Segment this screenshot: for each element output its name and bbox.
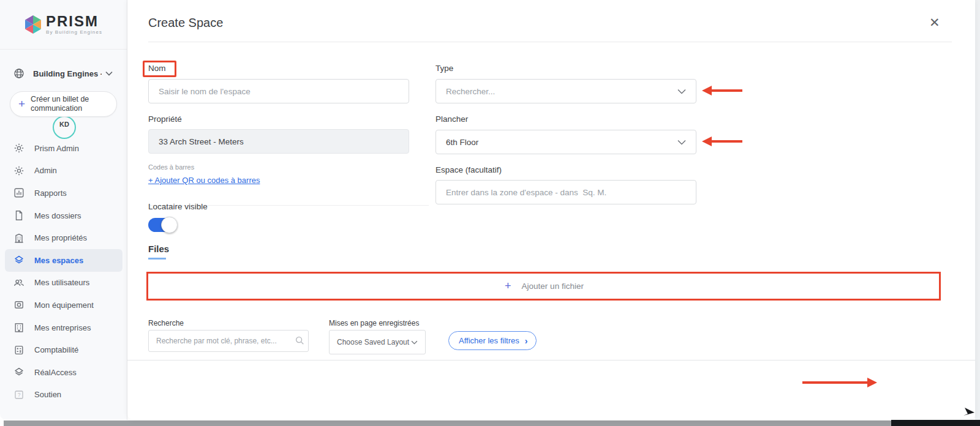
plancher-dropdown-value: 6th Floor	[446, 138, 677, 147]
propriete-field: 33 Arch Street - Meters	[148, 129, 409, 154]
create-ticket-button[interactable]: + Créer un billet de communication	[10, 91, 117, 117]
plancher-dropdown[interactable]: 6th Floor	[435, 130, 696, 154]
sidebar-item-admin[interactable]: Admin	[5, 160, 123, 182]
sidebar-item-mes-dossiers[interactable]: Mes dossiers	[5, 204, 123, 227]
modal-footer: ‹ Retour Enregistrer	[127, 360, 975, 420]
nom-input[interactable]	[148, 79, 409, 103]
type-dropdown[interactable]: Rechercher...	[435, 79, 696, 103]
sidebar-item-label: Mon équipement	[34, 301, 94, 310]
calculator-icon	[13, 345, 24, 356]
locataire-visible-label: Locataire visible	[148, 202, 208, 211]
add-barcode-link[interactable]: + Ajouter QR ou codes à barres	[148, 176, 260, 185]
show-filters-label: Afficher les filtres	[459, 336, 519, 345]
plus-icon: +	[505, 280, 511, 293]
sidebar-item-mes-utilisateurs[interactable]: Mes utilisateurs	[5, 272, 123, 294]
sidebar-item-label: Mes espaces	[34, 256, 83, 265]
gear-icon	[13, 165, 24, 176]
chevron-down-icon	[677, 140, 686, 145]
office-icon	[13, 322, 24, 333]
sidebar-nav: Prism Admin Admin Rapports	[0, 137, 127, 406]
sidebar-item-comptabilite[interactable]: Comptabilité	[5, 338, 123, 361]
plancher-label: Plancher	[435, 114, 468, 124]
svg-text:?: ?	[18, 392, 21, 398]
chevron-down-icon	[411, 340, 418, 345]
espace-label: Espace (facultatif)	[435, 165, 502, 174]
sidebar-item-label: Mes utilisateurs	[34, 278, 89, 287]
toggle-knob	[161, 217, 178, 233]
close-icon[interactable]: ✕	[929, 16, 940, 29]
page-title: Create Space	[148, 16, 223, 30]
chevron-down-icon	[677, 89, 686, 94]
people-icon	[13, 277, 24, 288]
chevron-down-icon	[105, 71, 113, 76]
sidebar-item-rapports[interactable]: Rapports	[5, 182, 123, 204]
sidebar-item-label: RéalAccess	[34, 368, 77, 377]
app-window: PRISM By Building Engines Building Engin…	[0, 0, 980, 426]
brand-name: PRISM	[46, 14, 102, 29]
avatar[interactable]: KD	[53, 116, 76, 139]
type-label: Type	[435, 64, 453, 73]
header-divider	[148, 42, 952, 42]
sidebar-item-prism-admin[interactable]: Prism Admin	[5, 137, 123, 160]
sidebar-item-mes-espaces[interactable]: Mes espaces	[5, 249, 123, 272]
brand-tagline: By Building Engines	[46, 29, 102, 35]
sidebar-item-label: Mes entreprises	[34, 323, 91, 332]
sidebar-item-realaccess[interactable]: RéalAccess	[5, 361, 123, 384]
locataire-visible-toggle[interactable]	[148, 218, 176, 232]
gear-icon	[13, 143, 24, 154]
app-logo: PRISM By Building Engines	[0, 0, 127, 50]
sidebar-item-label: Mes dossiers	[34, 211, 81, 220]
saved-layouts-label: Mises en page enregistrées	[329, 319, 419, 327]
codes-a-barres-label: Codes à barres	[148, 163, 194, 171]
add-file-button[interactable]: + Ajouter un fichier	[148, 274, 940, 299]
sidebar-item-mes-proprietes[interactable]: Mes propriétés	[5, 226, 123, 249]
sidebar: PRISM By Building Engines Building Engin…	[0, 0, 127, 420]
org-selector[interactable]: Building Engines - ...	[9, 64, 119, 83]
espace-input[interactable]	[435, 180, 696, 204]
propriete-label: Propriété	[148, 114, 182, 124]
type-dropdown-placeholder: Rechercher...	[446, 87, 677, 96]
create-ticket-label: Créer un billet de communication	[31, 95, 109, 113]
page-scroll-gutter	[975, 0, 980, 420]
bar-chart-icon	[13, 187, 24, 198]
document-icon	[13, 210, 24, 221]
files-tab-underline	[148, 258, 166, 260]
create-space-modal: Create Space ✕ Nom Type Rechercher... Pr…	[127, 0, 975, 420]
layers-icon	[13, 367, 24, 378]
building-icon	[13, 233, 24, 244]
saved-layout-dropdown[interactable]: Choose Saved Layout	[329, 330, 426, 354]
add-file-label: Ajouter un fichier	[522, 282, 584, 291]
files-tab[interactable]: Files	[148, 244, 169, 254]
globe-icon	[13, 68, 24, 79]
sidebar-item-label: Mes propriétés	[34, 233, 87, 242]
layers-icon	[13, 255, 24, 266]
prism-logo-icon	[24, 15, 42, 34]
org-selector-label: Building Engines - ...	[33, 69, 102, 78]
show-filters-button[interactable]: Afficher les filtres ›	[448, 331, 537, 350]
equipment-icon	[13, 299, 24, 310]
chevron-right-icon: ›	[525, 336, 528, 346]
plus-icon: +	[18, 97, 25, 111]
sidebar-item-mes-entreprises[interactable]: Mes entreprises	[5, 316, 123, 339]
saved-layout-value: Choose Saved Layout	[337, 338, 411, 346]
sidebar-item-label: Prism Admin	[34, 144, 79, 153]
sidebar-item-label: Rapports	[34, 189, 67, 198]
search-icon	[295, 336, 304, 345]
window-bottom-bar	[4, 420, 891, 426]
nom-label: Nom	[148, 64, 166, 73]
search-input[interactable]	[148, 330, 309, 352]
help-icon: ?	[13, 389, 24, 400]
window-bottom-bar-dark-segment	[891, 420, 980, 426]
mouse-cursor-icon	[963, 406, 975, 420]
recherche-label: Recherche	[148, 319, 184, 327]
sidebar-item-label: Comptabilité	[34, 345, 78, 354]
sidebar-item-label: Admin	[34, 166, 57, 175]
sidebar-item-soutien[interactable]: ? Soutien	[5, 384, 123, 406]
sidebar-item-label: Soutien	[34, 390, 61, 399]
sidebar-item-mon-equipement[interactable]: Mon équipement	[5, 294, 123, 316]
